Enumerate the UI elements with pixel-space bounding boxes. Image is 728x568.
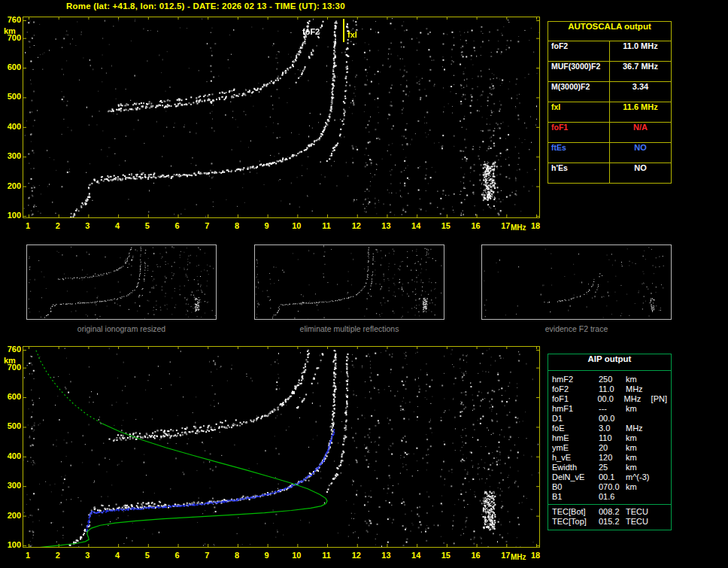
aip-label: Ewidth	[552, 463, 599, 472]
aip-note	[654, 424, 667, 433]
aip-unit: km	[626, 404, 654, 414]
y-tick-label-bottom: 100	[2, 540, 21, 549]
aip-note	[654, 453, 667, 463]
x-tick-label-bottom: 11	[318, 551, 335, 560]
aip-value: 015.2	[599, 517, 626, 527]
aip-label: foF2	[552, 384, 599, 394]
aip-note	[654, 463, 667, 472]
aip-value: 110	[599, 433, 626, 443]
aip-note	[654, 404, 667, 414]
aip-label: B0	[552, 482, 599, 492]
aip-label: TEC[Top]	[552, 517, 599, 527]
thumbnail-caption-f2: evidence F2 trace	[481, 324, 672, 333]
aip-row-hme: hmE110km	[548, 433, 671, 443]
y-tick-label-top: 760	[2, 15, 21, 24]
autoscala-table-rows: foF211.0 MHzMUF(3000)F236.7 MHzM(3000)F2…	[548, 41, 671, 183]
autoscala-row-value: NO	[610, 143, 671, 163]
aip-note	[654, 443, 667, 453]
x-tick-label-top: 1	[20, 221, 36, 230]
x-tick-label-top: 13	[378, 221, 394, 230]
fof2-annotation: foF2	[302, 27, 320, 36]
aip-value: 11.0	[599, 384, 626, 394]
aip-table-header: AIP output	[548, 354, 671, 371]
aip-row-hmf1: hmF1---km	[548, 404, 671, 414]
aip-note	[654, 517, 667, 527]
y-tick-label-top: 300	[2, 151, 21, 160]
autoscala-row-value: 11.6 MHz	[610, 102, 671, 122]
aip-note	[654, 414, 667, 424]
thumbnail-f2-evidence	[481, 245, 672, 320]
aip-note	[654, 482, 667, 492]
autoscala-row-label: h'Es	[548, 163, 610, 183]
x-tick-label-top: 6	[169, 221, 186, 230]
y-tick-label-bottom: 600	[2, 392, 21, 401]
aip-row-b0: B0070.0km	[548, 482, 671, 492]
thumbnail-multiples-removed	[254, 245, 444, 320]
aip-row-yme: ymE20km	[548, 443, 671, 453]
x-tick-label-bottom: 4	[109, 551, 126, 560]
y-tick-label-top: 200	[2, 181, 21, 190]
x-tick-label-top: 2	[50, 221, 66, 230]
x-tick-label-top: 7	[199, 221, 215, 230]
autoscala-row-label: foF2	[548, 41, 610, 61]
aip-value: 250	[599, 375, 626, 384]
aip-note	[654, 472, 667, 482]
autoscala-row-fof1: foF1N/A	[548, 123, 671, 143]
y-tick-label-top: 600	[2, 62, 21, 71]
aip-row-ewidth: Ewidth25km	[548, 463, 671, 472]
x-tick-label-bottom: 10	[288, 551, 305, 560]
aip-row-tecbot: TEC[Bot]008.2TECU	[548, 507, 671, 517]
x-tick-label-top: 5	[139, 221, 156, 230]
x-tick-label-bottom: 12	[348, 551, 365, 560]
aip-value: ---	[599, 404, 626, 414]
autoscala-row-ftes: ftEsNO	[548, 143, 671, 163]
thumbnail-original-ionogram	[26, 245, 217, 320]
ionogram-canvas-bottom	[23, 347, 539, 547]
y-tick-label-bottom: 200	[2, 511, 21, 520]
autoscala-row-label: MUF(3000)F2	[548, 62, 610, 81]
y-tick-label-top: 400	[2, 122, 21, 131]
aip-unit	[626, 492, 654, 502]
aip-label: DelN_vE	[552, 472, 599, 482]
y-tick-label-top: 100	[2, 211, 21, 220]
aip-label: ymE	[552, 443, 599, 453]
autoscala-row-label: M(3000)F2	[548, 82, 610, 102]
autoscala-row-fxi: fxI11.6 MHz	[548, 102, 671, 123]
aip-row-fof1: foF100.0MHz[PN]	[548, 394, 671, 404]
aip-table-rows: hmF2250kmfoF211.0MHzfoF100.0MHz[PN]hmF1-…	[548, 375, 671, 502]
aip-unit: MHz	[624, 394, 651, 404]
x-tick-label-bottom: 8	[229, 551, 245, 560]
x-tick-label-top: 12	[348, 221, 365, 230]
y-tick-label-bottom: 500	[2, 421, 21, 430]
x-tick-label-top: 18	[527, 221, 544, 230]
thumbnail-caption-original: original ionogram resized	[26, 324, 217, 333]
aip-row-foe: foE3.0MHz	[548, 424, 671, 433]
x-tick-label-top: 14	[408, 221, 424, 230]
aip-unit: km	[626, 482, 654, 492]
aip-note	[654, 507, 667, 517]
aip-row-hve: h_vE120km	[548, 453, 671, 463]
aip-row-hmf2: hmF2250km	[548, 375, 671, 384]
x-tick-label-top: 3	[79, 221, 96, 230]
autoscala-row-value: N/A	[610, 123, 671, 142]
x-tick-label-top: 8	[229, 221, 245, 230]
x-tick-label-bottom: 3	[79, 551, 96, 560]
autoscala-row-hes: h'EsNO	[548, 163, 671, 183]
x-tick-label-bottom: 7	[199, 551, 215, 560]
ionogram-canvas-top	[23, 17, 539, 217]
autoscala-window: Rome (lat: +41.8, lon: 012.5) - DATE: 20…	[0, 0, 728, 568]
x-tick-label-top: 15	[438, 221, 454, 230]
x-tick-label-bottom: 6	[169, 551, 186, 560]
aip-unit: MHz	[626, 384, 654, 394]
x-tick-label-bottom: 13	[378, 551, 394, 560]
aip-label: hmF1	[552, 404, 599, 414]
aip-value: 008.2	[599, 507, 626, 517]
x-tick-label-top: 17	[497, 221, 514, 230]
aip-label: D1	[552, 414, 599, 424]
aip-unit: km	[626, 453, 654, 463]
aip-unit: km	[626, 375, 654, 384]
x-tick-label-bottom: 5	[139, 551, 156, 560]
x-tick-label-bottom: 14	[408, 551, 424, 560]
aip-unit: TECU	[626, 517, 654, 527]
aip-note	[654, 433, 667, 443]
